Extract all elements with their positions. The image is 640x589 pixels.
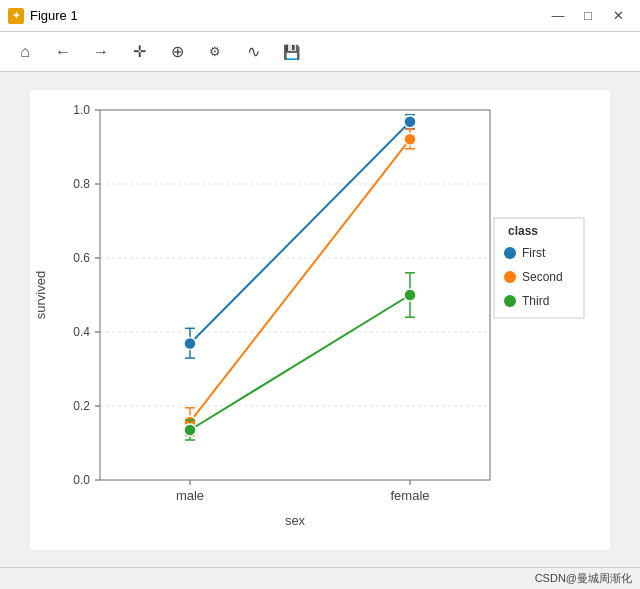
svg-text:0.6: 0.6 — [73, 251, 90, 265]
app-icon: ✦ — [8, 8, 24, 24]
svg-rect-1 — [100, 110, 490, 480]
svg-text:First: First — [522, 246, 546, 260]
svg-text:Second: Second — [522, 270, 563, 284]
window-title: Figure 1 — [30, 8, 78, 23]
svg-text:0.8: 0.8 — [73, 177, 90, 191]
status-text: CSDN@曼城周渐化 — [535, 571, 632, 586]
pan-button[interactable]: ✛ — [122, 36, 156, 68]
chart-svg: 1.0 0.8 0.6 0.4 0.2 0.0 male — [30, 90, 610, 550]
configure-button[interactable]: ⚙ — [198, 36, 232, 68]
svg-text:male: male — [176, 488, 204, 503]
chart-container: 1.0 0.8 0.6 0.4 0.2 0.0 male — [30, 90, 610, 550]
svg-point-42 — [404, 133, 416, 145]
title-controls: — □ ✕ — [544, 5, 632, 27]
svg-text:0.4: 0.4 — [73, 325, 90, 339]
svg-point-33 — [404, 115, 416, 127]
svg-text:survived: survived — [33, 270, 48, 318]
svg-text:female: female — [390, 488, 429, 503]
forward-button[interactable]: → — [84, 36, 118, 68]
title-bar: ✦ Figure 1 — □ ✕ — [0, 0, 640, 32]
toolbar: ⌂ ← → ✛ ⊕ ⚙ ∿ 💾 — [0, 32, 640, 72]
svg-point-50 — [184, 424, 196, 436]
svg-point-32 — [184, 337, 196, 349]
zoom-button[interactable]: ⊕ — [160, 36, 194, 68]
back-button[interactable]: ← — [46, 36, 80, 68]
close-button[interactable]: ✕ — [604, 5, 632, 27]
title-bar-left: ✦ Figure 1 — [8, 8, 78, 24]
svg-point-54 — [504, 247, 516, 259]
status-bar: CSDN@曼城周渐化 — [0, 567, 640, 589]
svg-text:0.2: 0.2 — [73, 399, 90, 413]
home-button[interactable]: ⌂ — [8, 36, 42, 68]
minimize-button[interactable]: — — [544, 5, 572, 27]
svg-point-51 — [404, 289, 416, 301]
maximize-button[interactable]: □ — [574, 5, 602, 27]
svg-point-58 — [504, 295, 516, 307]
svg-text:sex: sex — [285, 513, 306, 528]
edit-button[interactable]: ∿ — [236, 36, 270, 68]
main-area: 1.0 0.8 0.6 0.4 0.2 0.0 male — [0, 72, 640, 567]
svg-text:Third: Third — [522, 294, 549, 308]
svg-text:class: class — [508, 224, 538, 238]
save-button[interactable]: 💾 — [274, 36, 308, 68]
svg-point-56 — [504, 271, 516, 283]
svg-text:1.0: 1.0 — [73, 103, 90, 117]
svg-text:0.0: 0.0 — [73, 473, 90, 487]
